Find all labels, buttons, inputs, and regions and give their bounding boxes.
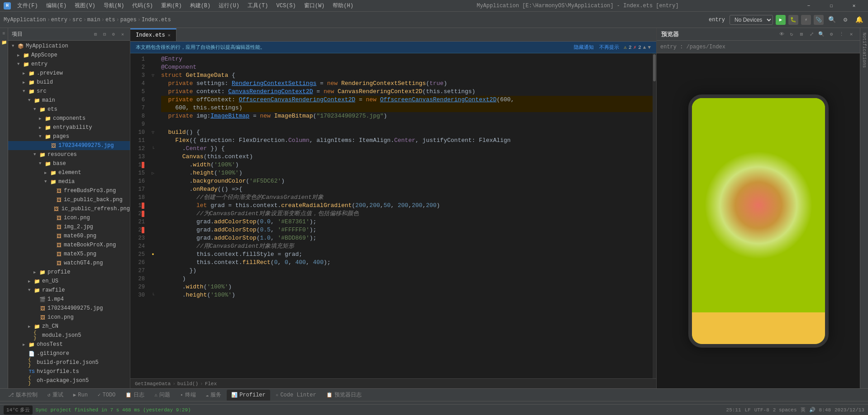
bc-getimagedata[interactable]: GetImageData — [135, 381, 171, 387]
tree-item-img2[interactable]: ▶ 🖼 img_2.jpg — [8, 222, 130, 231]
tree-item-build[interactable]: ▶ 📁 build — [8, 78, 130, 87]
tree-item-rawimg[interactable]: ▶ 🖼 1702344909275.jpg — [8, 304, 130, 313]
tree-item-main[interactable]: ▼ 📁 main — [8, 96, 130, 105]
sidebar-icon-1[interactable]: ≡ — [0, 30, 8, 37]
tree-item-media[interactable]: ▼ 📁 media — [8, 177, 130, 186]
close-button[interactable]: ✕ — [844, 0, 864, 12]
notifications-button[interactable]: 🔔 — [854, 14, 864, 25]
tree-item-entryability[interactable]: ▶ 📁 entryability — [8, 123, 130, 132]
bottom-tab-log[interactable]: 📋 日志 — [121, 390, 149, 401]
tree-item-imagefile[interactable]: ▶ 🖼 1702344909275.jpg — [8, 141, 130, 150]
status-position[interactable]: 25:11 — [726, 407, 741, 413]
status-line-ending[interactable]: LF — [745, 407, 751, 413]
tree-item-entry[interactable]: ▼ 📁 entry — [8, 60, 130, 69]
bottom-tab-terminal[interactable]: ▪ 终端 — [176, 390, 200, 401]
breadcrumb-pages[interactable]: pages — [120, 17, 137, 23]
bc-build[interactable]: build() — [177, 381, 198, 387]
menu-window[interactable]: 窗口(W) — [300, 1, 329, 10]
gutter-30[interactable]: └ — [148, 291, 157, 299]
tree-item-1mp4[interactable]: ▶ 🎬 1.mp4 — [8, 295, 130, 304]
tree-item-freebuds[interactable]: ▶ 🖼 freeBudsPro3.png — [8, 186, 130, 195]
menu-vcs[interactable]: VCS(S) — [272, 2, 299, 10]
breadcrumb-main[interactable]: main — [87, 17, 100, 23]
tree-item-enus[interactable]: ▶ 📁 en_US — [8, 277, 130, 286]
chevron-down-icon[interactable]: ▼ — [648, 45, 651, 50]
breadcrumb-ets[interactable]: ets — [105, 17, 115, 23]
gutter-12[interactable]: └ — [148, 145, 157, 153]
preview-expand-button[interactable]: ⤢ — [807, 30, 816, 38]
tree-item-matex5[interactable]: ▶ 🖼 mateX5.png — [8, 250, 130, 259]
tree-item-appscope[interactable]: ▶ 📁 AppScope — [8, 51, 130, 60]
search-toolbar-button[interactable]: 🔍 — [826, 14, 837, 25]
bottom-tab-todo[interactable]: ✓ TODO — [93, 390, 120, 401]
tree-item-buildprofile[interactable]: ▶ { } build-profile.json5 — [8, 358, 130, 367]
hide-notification-button[interactable]: 隐藏通知 — [574, 44, 594, 51]
bottom-tab-previewlog[interactable]: 📋 预览器日志 — [322, 390, 366, 401]
tab-close-indexets[interactable]: ✕ — [168, 33, 171, 38]
device-selector[interactable]: No Devices — [730, 15, 773, 25]
tree-item-src[interactable]: ▼ 📁 src — [8, 87, 130, 96]
gutter-10[interactable]: ▽ — [148, 128, 157, 137]
gutter-3[interactable]: ▽ — [148, 71, 157, 80]
breadcrumb-myapp[interactable]: MyApplication — [4, 17, 46, 23]
settings-toolbar-button[interactable]: ⚙ — [840, 14, 851, 25]
bottom-tab-profiler[interactable]: 📊 Profiler — [227, 390, 270, 401]
file-tree-close[interactable]: ✕ — [119, 31, 126, 38]
code-content-area[interactable]: @Entry @Component struct GetImageData { … — [157, 53, 653, 378]
file-tree-settings[interactable]: ⚙ — [110, 31, 117, 38]
tree-item-icrefresh[interactable]: ▶ 🖼 ic_public_refresh.png — [8, 204, 130, 213]
tree-item-ohostest[interactable]: ▶ 📁 ohosTest — [8, 340, 130, 349]
gutter-15[interactable]: ▷ — [148, 169, 157, 177]
status-temperature[interactable]: 14°C 多云 — [4, 406, 33, 415]
breadcrumb-entry[interactable]: entry — [51, 17, 67, 23]
minimize-button[interactable]: − — [798, 0, 819, 12]
menu-build[interactable]: 构建(B) — [186, 1, 215, 10]
menu-edit[interactable]: 编辑(E) — [43, 1, 71, 10]
tree-item-profile[interactable]: ▶ 📁 profile — [8, 268, 130, 277]
editor-tab-indexets[interactable]: Index.ets ✕ — [130, 28, 176, 41]
menu-refactor[interactable]: 重构(R) — [157, 1, 186, 10]
status-indent[interactable]: 2 spaces — [773, 407, 797, 413]
tree-item-gitignore[interactable]: ▶ 📄 .gitignore — [8, 349, 130, 358]
expand-all-button[interactable]: ⊞ — [92, 31, 99, 38]
preview-grid-button[interactable]: ⊞ — [797, 30, 806, 38]
menu-run[interactable]: 运行(U) — [215, 1, 243, 10]
attach-button[interactable]: 📎 — [814, 15, 824, 25]
volume-icon[interactable]: 🔊 — [809, 407, 816, 413]
event-log-sidebar[interactable] — [863, 90, 865, 96]
tree-item-watchgt4[interactable]: ▶ 🖼 watchGT4.png — [8, 259, 130, 268]
profile-button[interactable]: ⚡ — [801, 15, 811, 25]
tree-item-zhcn[interactable]: ▶ 📁 zh_CN — [8, 322, 130, 331]
tree-item-components[interactable]: ▶ 📁 components — [8, 114, 130, 123]
tree-item-rawicon[interactable]: ▶ 🖼 icon.png — [8, 313, 130, 322]
tree-item-ets[interactable]: ▼ 📁 ets — [8, 105, 130, 114]
tree-item-resources[interactable]: ▼ 📁 resources — [8, 150, 130, 159]
preview-zoom-in-button[interactable]: 🔍 — [817, 30, 825, 38]
tree-item-modulejson[interactable]: ▶ { } module.json5 — [8, 331, 130, 340]
sidebar-icon-2[interactable]: 📁 — [0, 39, 8, 46]
tree-item-mate60[interactable]: ▶ 🖼 mate60.png — [8, 231, 130, 241]
bottom-tab-retry[interactable]: ↺ 重试 — [43, 390, 68, 401]
preview-more-button[interactable]: ⋮ — [837, 30, 845, 38]
status-encoding[interactable]: UTF-8 — [754, 407, 769, 413]
menu-view[interactable]: 视图(V) — [71, 1, 99, 10]
run-button[interactable]: ▶ — [776, 15, 786, 25]
notifications-sidebar[interactable]: Notifications — [861, 30, 868, 71]
tree-item-element[interactable]: ▶ 📁 element — [8, 168, 130, 177]
breadcrumb-src[interactable]: src — [72, 17, 82, 23]
menu-nav[interactable]: 导航(N) — [100, 1, 128, 10]
breadcrumb-indexets[interactable]: Index.ets — [142, 17, 171, 23]
preview-settings-button[interactable]: ⚙ — [827, 30, 835, 38]
menu-help[interactable]: 帮助(H) — [329, 1, 357, 10]
collapse-all-button[interactable]: ⊟ — [101, 31, 108, 38]
menu-tools[interactable]: 工具(T) — [244, 1, 272, 10]
status-sync-text[interactable]: Sync project finished in 7 s 468 ms (yes… — [35, 407, 191, 413]
tree-item-ohpackage[interactable]: ▶ { } oh-package.json5 — [8, 376, 130, 385]
tree-item-matebook[interactable]: ▶ 🖼 mateBookProX.png — [8, 241, 130, 250]
tree-item-icon1[interactable]: ▶ 🖼 icon.png — [8, 213, 130, 222]
gutter-25[interactable]: ● — [148, 250, 157, 259]
status-language[interactable]: 英 — [801, 406, 806, 413]
tree-item-preview[interactable]: ▶ 📁 .preview — [8, 69, 130, 78]
bottom-tab-services[interactable]: ☁ 服务 — [201, 390, 226, 401]
scrollbar-thumb[interactable] — [653, 54, 656, 81]
